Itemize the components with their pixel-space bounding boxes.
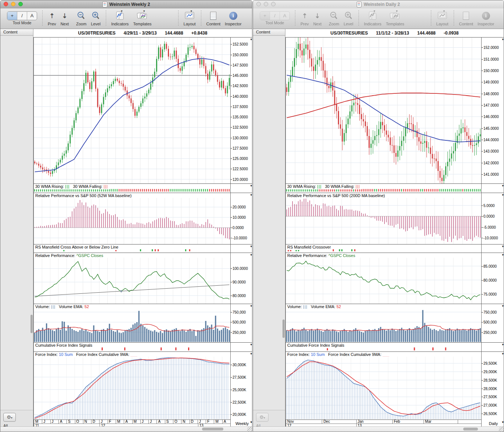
horizontal-scrollbar-thumb[interactable] bbox=[463, 428, 478, 431]
panel-y-axis: ▾5.00000.0000-5.0000-10.0000 bbox=[481, 193, 504, 244]
resize-grip[interactable] bbox=[247, 427, 252, 432]
gear-action-button[interactable]: ⚙▾ bbox=[3, 413, 16, 422]
line-tool-button[interactable]: / bbox=[17, 12, 27, 20]
content-button[interactable]: Content bbox=[206, 10, 221, 26]
y-axis-tick-label: -10.0000 bbox=[233, 236, 247, 240]
prev-button[interactable]: ⇡Prev bbox=[300, 10, 309, 26]
magnifier-plus-icon bbox=[92, 11, 100, 20]
indicators-button[interactable]: ▾ Indicators bbox=[111, 10, 129, 26]
panel-divider bbox=[286, 351, 504, 352]
panel-menu-dropdown-icon[interactable]: ▾ bbox=[250, 244, 252, 248]
panel-menu-dropdown-icon[interactable]: ▾ bbox=[250, 184, 252, 188]
toolbar-separator bbox=[295, 10, 295, 26]
panel-menu-dropdown-icon[interactable]: ▾ bbox=[502, 253, 504, 257]
prev-button[interactable]: ⇡Prev bbox=[48, 10, 56, 26]
tool-mode-segmented-control[interactable]: + / A bbox=[7, 11, 37, 20]
layout-button[interactable]: ▾ Layout bbox=[436, 10, 449, 26]
resize-grip[interactable] bbox=[499, 427, 504, 432]
y-axis-tick-label: 145.0000 bbox=[233, 74, 248, 78]
timeframe-dropdown-icon[interactable]: ▾ bbox=[250, 418, 252, 426]
content-button[interactable]: Content bbox=[459, 10, 474, 26]
y-axis-tick-label: 30,000K bbox=[233, 363, 246, 367]
indicators-button[interactable]: ▾ Indicators bbox=[364, 10, 382, 26]
panel-menu-dropdown-icon[interactable]: ▾ bbox=[250, 253, 252, 257]
panel-menu-dropdown-icon[interactable]: ▾ bbox=[250, 352, 252, 356]
force-index-label: Force Index: 10 Sum Force Index Cumulati… bbox=[287, 352, 391, 357]
x-axis-month-label: N bbox=[83, 419, 91, 424]
chart-canvas bbox=[34, 37, 230, 183]
horizontal-scrollbar-thumb[interactable] bbox=[202, 428, 223, 431]
y-axis-tick-label: 142.5000 bbox=[233, 84, 248, 88]
y-axis-tick-label: 75.0000 bbox=[483, 292, 497, 296]
y-axis-tick-label: 29,500K bbox=[483, 361, 497, 365]
panel-menu-dropdown-icon[interactable]: ▾ bbox=[250, 38, 252, 41]
zoom-in-button[interactable]: Level bbox=[91, 10, 100, 26]
line-tool-button[interactable]: / bbox=[270, 12, 280, 20]
layout-button[interactable]: ▾ Layout bbox=[184, 10, 196, 26]
chart-header: US/30TRESURIES 11/1/12 - 3/28/13 144.468… bbox=[285, 29, 504, 37]
sidebar-scrollbar-thumb[interactable] bbox=[282, 319, 285, 338]
panel-y-axis: ▾152.0000151.0000150.0000149.0000148.000… bbox=[481, 37, 504, 183]
panel-menu-dropdown-icon[interactable]: ▾ bbox=[502, 184, 504, 188]
panel-menu-dropdown-icon[interactable]: ▾ bbox=[502, 38, 504, 41]
panel-divider bbox=[286, 244, 504, 244]
panel-menu-dropdown-icon[interactable]: ▾ bbox=[250, 304, 252, 308]
horizontal-scrollbar[interactable] bbox=[0, 426, 252, 432]
info-icon: i bbox=[229, 12, 237, 20]
panel-menu-dropdown-icon[interactable]: ▾ bbox=[250, 193, 252, 197]
panel-y-axis: ▾85.000080.000075.0000 bbox=[481, 253, 504, 304]
zoom-window-button[interactable] bbox=[18, 2, 23, 6]
gear-action-button[interactable]: ⚙▾ bbox=[256, 413, 269, 422]
inspector-button[interactable]: i Inspector bbox=[225, 10, 241, 26]
text-tool-button[interactable]: A bbox=[280, 12, 289, 20]
toolbar: + / A Tool Mode ⇡Prev ⇣Next Zoom Level ▾… bbox=[253, 8, 504, 29]
chart-panels[interactable]: 30 WMA Rising: ||| 30 WMA Falling: ||| R… bbox=[33, 37, 252, 428]
x-axis-month-label: A bbox=[124, 419, 132, 424]
minimize-window-button[interactable] bbox=[264, 2, 268, 6]
y-axis-tick-label: 142.0000 bbox=[483, 161, 499, 165]
relative-performance-label: Relative Performance vs S&P 500 (200D MA… bbox=[287, 193, 386, 199]
close-window-button[interactable] bbox=[256, 2, 261, 6]
zoom-window-button[interactable] bbox=[271, 2, 276, 6]
y-axis-tick-label: 0.0000 bbox=[233, 226, 244, 230]
crosshair-tool-button[interactable]: + bbox=[260, 12, 270, 20]
templates-button[interactable]: ▾ Templates bbox=[386, 10, 404, 26]
y-axis-tick-label: 130.0000 bbox=[233, 136, 248, 140]
timeframe-dropdown-icon[interactable]: ▾ bbox=[502, 418, 504, 426]
panel-menu-dropdown-icon[interactable]: ▾ bbox=[250, 343, 252, 346]
y-axis-tick-label: 145.0000 bbox=[483, 126, 499, 131]
close-window-button[interactable] bbox=[4, 2, 8, 6]
window-titlebar[interactable]: Weinstein Weekly 2 bbox=[0, 0, 252, 9]
y-axis-tick-label: 147.0000 bbox=[483, 103, 499, 107]
indicators-icon bbox=[368, 11, 378, 21]
panel-menu-dropdown-icon[interactable]: ▾ bbox=[502, 193, 504, 197]
panel-menu-dropdown-icon[interactable]: ▾ bbox=[502, 352, 504, 356]
text-tool-button[interactable]: A bbox=[27, 12, 37, 20]
minimize-window-button[interactable] bbox=[11, 2, 15, 6]
sidebar-scrollbar-thumb[interactable] bbox=[30, 315, 33, 333]
y-axis-tick-label: 20.0000 bbox=[233, 205, 246, 209]
y-axis-tick-label: 25,000K bbox=[233, 388, 246, 392]
horizontal-scrollbar[interactable] bbox=[253, 426, 504, 432]
zoom-in-button[interactable]: Level bbox=[343, 10, 353, 26]
next-button[interactable]: ⇣Next bbox=[61, 10, 69, 26]
x-axis-month-label: A bbox=[58, 419, 66, 424]
inspector-button[interactable]: i Inspector bbox=[478, 10, 494, 26]
chart-panels[interactable]: 30 WMA Rising: ||| 30 WMA Falling: ||| R… bbox=[285, 37, 504, 428]
y-axis-tick-label: 137.5000 bbox=[233, 105, 248, 109]
panel-menu-dropdown-icon[interactable]: ▾ bbox=[502, 244, 504, 248]
window-title: Weinstein Daily 2 bbox=[364, 2, 400, 7]
y-axis-tick-label: 141.0000 bbox=[483, 172, 499, 176]
panel-menu-dropdown-icon[interactable]: ▾ bbox=[502, 343, 504, 346]
chart-canvas bbox=[34, 309, 230, 342]
templates-button[interactable]: ▾ Templates bbox=[133, 10, 151, 26]
window-titlebar[interactable]: Weinstein Daily 2 bbox=[253, 0, 504, 9]
next-button[interactable]: ⇣Next bbox=[313, 10, 322, 26]
zoom-out-button[interactable]: Zoom bbox=[76, 10, 86, 26]
panel-menu-dropdown-icon[interactable]: ▾ bbox=[502, 304, 504, 308]
tool-mode-segmented-control[interactable]: + / A bbox=[260, 11, 290, 20]
y-axis-tick-label: 28,000K bbox=[483, 387, 497, 391]
zoom-out-button[interactable]: Zoom bbox=[329, 10, 339, 26]
y-axis-tick-label: 100.0000 bbox=[233, 267, 248, 271]
crosshair-tool-button[interactable]: + bbox=[7, 12, 17, 20]
